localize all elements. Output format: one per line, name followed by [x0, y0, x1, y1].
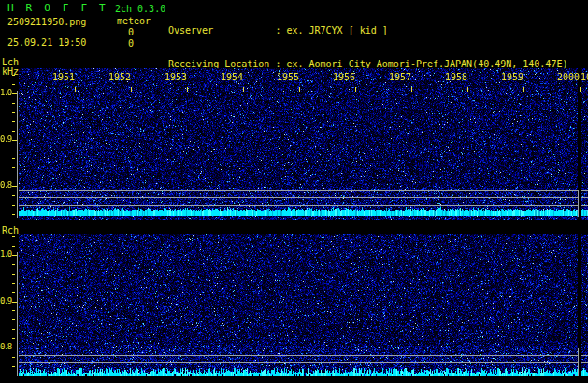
- freq-tick-label: 0.9: [0, 135, 15, 145]
- rch-spectrogram-canvas: [19, 234, 588, 376]
- freq-minor-tick: [12, 177, 15, 177]
- freq-minor-tick: [12, 236, 15, 237]
- time-label: 1953: [164, 72, 187, 82]
- freq-minor-tick: [12, 214, 15, 215]
- freq-tick-label: 0.9: [0, 296, 15, 306]
- freq-minor-tick: [12, 149, 15, 149]
- minute-tick: [580, 87, 581, 92]
- time-label: 1951: [51, 72, 75, 82]
- meteor-count-lch: 0: [128, 27, 134, 37]
- freq-minor-tick: [12, 103, 15, 104]
- freq-tick-label: 1.0: [0, 88, 15, 98]
- time-label-overflow: 10: [581, 72, 588, 82]
- freq-minor-tick: [12, 283, 15, 284]
- time-label: 1956: [332, 72, 355, 82]
- minute-tick: [355, 87, 356, 92]
- freq-tick-label: 1.0: [0, 249, 15, 260]
- app-version: 2ch 0.3.0: [115, 4, 165, 14]
- freq-minor-tick: [12, 121, 15, 122]
- freq-axis-line: [17, 91, 18, 218]
- freq-minor-tick: [12, 366, 15, 367]
- lch-spectrogram-panel: 1.00.90.81951195219531954195519561957195…: [0, 68, 588, 220]
- freq-minor-tick: [12, 112, 15, 113]
- freq-minor-tick: [12, 195, 15, 196]
- write-cursor-edge-line: [581, 190, 581, 217]
- freq-minor-tick: [12, 357, 15, 358]
- freq-tick-label: 0.8: [0, 180, 15, 191]
- freq-tick-label: 0.8: [0, 342, 15, 352]
- freq-minor-tick: [12, 205, 15, 206]
- output-filename: 2509211950.png: [7, 17, 86, 27]
- freq-minor-tick: [12, 329, 15, 330]
- freq-minor-tick: [12, 310, 15, 311]
- mode-label: meteor: [117, 16, 151, 26]
- time-label: 2000: [556, 72, 580, 82]
- time-label: 1955: [276, 72, 299, 82]
- time-label: 1958: [444, 72, 467, 82]
- app-title: HROFFT: [7, 3, 118, 13]
- freq-minor-tick: [12, 246, 15, 247]
- freq-minor-tick: [12, 274, 15, 275]
- minute-tick: [131, 87, 132, 92]
- minute-tick: [523, 87, 524, 92]
- minute-tick: [467, 87, 468, 92]
- time-label: 1959: [500, 72, 523, 82]
- freq-minor-tick: [12, 264, 15, 265]
- freq-axis-line: [17, 252, 18, 376]
- minute-tick: [411, 87, 412, 92]
- timestamp: 25.09.21 19:50: [7, 37, 86, 48]
- time-label: 1954: [220, 72, 243, 82]
- time-label: 1957: [388, 72, 411, 82]
- freq-minor-tick: [12, 84, 15, 85]
- freq-minor-tick: [12, 158, 15, 159]
- time-label: 1952: [108, 72, 131, 82]
- write-cursor-edge-line: [581, 348, 581, 376]
- freq-minor-tick: [12, 131, 15, 132]
- freq-minor-tick: [12, 167, 15, 168]
- write-cursor-edge-line: [578, 348, 579, 376]
- rch-spectrogram-panel: 1.00.90.8: [0, 234, 588, 376]
- hrofft-output: HROFFT 2ch 0.3.0 2509211950.png meteor 0…: [0, 0, 588, 383]
- lch-spectrogram-canvas: [19, 68, 588, 220]
- freq-minor-tick: [12, 75, 15, 76]
- freq-minor-tick: [12, 292, 15, 293]
- minute-tick: [299, 87, 300, 92]
- freq-minor-tick: [12, 319, 15, 320]
- minute-tick: [75, 87, 76, 92]
- meteor-count-rch: 0: [128, 38, 134, 49]
- info-observer: Ovserver : ex. JR7CYX [ kid ]: [168, 25, 588, 36]
- minute-tick: [187, 87, 188, 92]
- write-cursor-edge-line: [578, 190, 579, 217]
- freq-minor-tick: [12, 338, 15, 339]
- minute-tick: [243, 87, 244, 92]
